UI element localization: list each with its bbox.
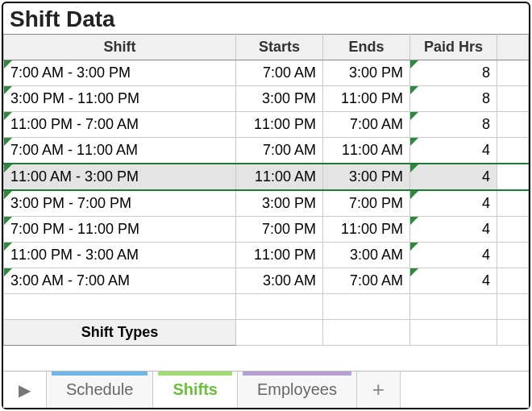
empty-row[interactable] <box>4 294 529 320</box>
tab-color-bar <box>243 372 351 376</box>
cell-ends[interactable]: 7:00 AM <box>323 112 410 138</box>
col-header-extra[interactable] <box>497 35 529 60</box>
cell-blank[interactable] <box>410 320 497 346</box>
cell-extra[interactable] <box>497 243 529 268</box>
tab-label: Shifts <box>172 380 218 399</box>
cell-starts[interactable]: 3:00 PM <box>236 86 323 112</box>
plus-icon: + <box>372 377 384 402</box>
cell-shift[interactable]: 7:00 PM - 11:00 PM <box>4 217 236 243</box>
cell-ends[interactable]: 3:00 PM <box>323 60 410 86</box>
cell-paid[interactable]: 8 <box>410 112 497 138</box>
cell-shift[interactable]: 11:00 PM - 3:00 AM <box>4 243 236 268</box>
cell-starts[interactable]: 7:00 PM <box>236 217 323 243</box>
cell-empty[interactable] <box>410 294 497 320</box>
col-header-ends[interactable]: Ends <box>323 35 410 60</box>
tab-shifts[interactable]: Shifts <box>153 372 238 408</box>
cell-shift[interactable]: 11:00 PM - 7:00 AM <box>4 112 236 138</box>
cell-ends[interactable]: 11:00 PM <box>323 217 410 243</box>
table-row[interactable]: 7:00 PM - 11:00 PM7:00 PM11:00 PM4 <box>4 217 529 243</box>
cell-shift[interactable]: 7:00 AM - 11:00 AM <box>4 138 236 164</box>
cell-starts[interactable]: 11:00 PM <box>236 243 323 268</box>
cell-starts[interactable]: 3:00 PM <box>236 190 323 217</box>
cell-ends[interactable]: 3:00 PM <box>323 164 410 190</box>
cell-extra[interactable] <box>497 217 529 243</box>
cell-extra[interactable] <box>497 190 529 217</box>
col-header-paid[interactable]: Paid Hrs <box>410 35 497 60</box>
section-header-row[interactable]: Shift Types <box>4 320 529 346</box>
tab-nav-button[interactable]: ▶ <box>3 372 47 408</box>
cell-shift[interactable]: 3:00 PM - 11:00 PM <box>4 86 236 112</box>
table-row[interactable]: 11:00 PM - 7:00 AM11:00 PM7:00 AM8 <box>4 112 529 138</box>
table-row[interactable]: 11:00 AM - 3:00 PM11:00 AM3:00 PM4 <box>4 164 529 190</box>
col-header-shift[interactable]: Shift <box>4 35 236 60</box>
table-row[interactable]: 11:00 PM - 3:00 AM11:00 PM3:00 AM4 <box>4 243 529 268</box>
spreadsheet-window: Shift Data Shift Starts Ends Paid Hrs 7:… <box>2 2 530 409</box>
table-row[interactable]: 3:00 AM - 7:00 AM3:00 AM7:00 AM4 <box>4 268 529 294</box>
tab-schedule[interactable]: Schedule <box>47 372 153 408</box>
header-row: Shift Starts Ends Paid Hrs <box>4 35 529 60</box>
cell-ends[interactable]: 7:00 PM <box>323 190 410 217</box>
cell-paid[interactable]: 4 <box>410 243 497 268</box>
cell-extra[interactable] <box>497 268 529 294</box>
cell-shift[interactable]: 7:00 AM - 3:00 PM <box>4 60 236 86</box>
cell-extra[interactable] <box>497 138 529 164</box>
cell-paid[interactable]: 4 <box>410 190 497 217</box>
cell-paid[interactable]: 4 <box>410 217 497 243</box>
cell-empty[interactable] <box>236 294 323 320</box>
cell-extra[interactable] <box>497 164 529 190</box>
cell-starts[interactable]: 7:00 AM <box>236 60 323 86</box>
cell-paid[interactable]: 4 <box>410 138 497 164</box>
cell-blank[interactable] <box>236 320 323 346</box>
cell-empty[interactable] <box>497 294 529 320</box>
cell-shift[interactable]: 3:00 AM - 7:00 AM <box>4 268 236 294</box>
tab-employees[interactable]: Employees <box>238 372 357 408</box>
cell-shift[interactable]: 3:00 PM - 7:00 PM <box>4 190 236 217</box>
play-icon: ▶ <box>19 380 31 400</box>
table-row[interactable]: 3:00 PM - 11:00 PM3:00 PM11:00 PM8 <box>4 86 529 112</box>
cell-starts[interactable]: 3:00 AM <box>236 268 323 294</box>
cell-paid[interactable]: 4 <box>410 164 497 190</box>
cell-paid[interactable]: 8 <box>410 86 497 112</box>
tab-label: Schedule <box>66 380 133 399</box>
cell-starts[interactable]: 11:00 AM <box>236 164 323 190</box>
cell-empty[interactable] <box>323 294 410 320</box>
col-header-starts[interactable]: Starts <box>236 35 323 60</box>
cell-ends[interactable]: 11:00 PM <box>323 86 410 112</box>
cell-paid[interactable]: 4 <box>410 268 497 294</box>
cell-extra[interactable] <box>497 60 529 86</box>
cell-extra[interactable] <box>497 112 529 138</box>
cell-ends[interactable]: 7:00 AM <box>323 268 410 294</box>
add-sheet-button[interactable]: + <box>357 372 401 408</box>
sheet-area: Shift Starts Ends Paid Hrs 7:00 AM - 3:0… <box>3 34 529 371</box>
cell-ends[interactable]: 11:00 AM <box>323 138 410 164</box>
table-row[interactable]: 3:00 PM - 7:00 PM3:00 PM7:00 PM4 <box>4 190 529 217</box>
tab-color-bar <box>158 372 232 376</box>
cell-blank[interactable] <box>323 320 410 346</box>
cell-paid[interactable]: 8 <box>410 60 497 86</box>
tab-color-bar <box>52 372 148 376</box>
table-row[interactable]: 7:00 AM - 3:00 PM7:00 AM3:00 PM8 <box>4 60 529 86</box>
cell-blank[interactable] <box>497 320 529 346</box>
shift-table: Shift Starts Ends Paid Hrs 7:00 AM - 3:0… <box>3 34 529 346</box>
worksheet-tabbar: ▶ ScheduleShiftsEmployees + <box>3 371 529 408</box>
section-header[interactable]: Shift Types <box>4 320 236 346</box>
table-row[interactable]: 7:00 AM - 11:00 AM7:00 AM11:00 AM4 <box>4 138 529 164</box>
cell-empty[interactable] <box>4 294 236 320</box>
cell-extra[interactable] <box>497 86 529 112</box>
cell-starts[interactable]: 7:00 AM <box>236 138 323 164</box>
cell-starts[interactable]: 11:00 PM <box>236 112 323 138</box>
page-title: Shift Data <box>3 3 529 34</box>
tab-label: Employees <box>257 380 337 399</box>
cell-ends[interactable]: 3:00 AM <box>323 243 410 268</box>
cell-shift[interactable]: 11:00 AM - 3:00 PM <box>4 164 236 190</box>
